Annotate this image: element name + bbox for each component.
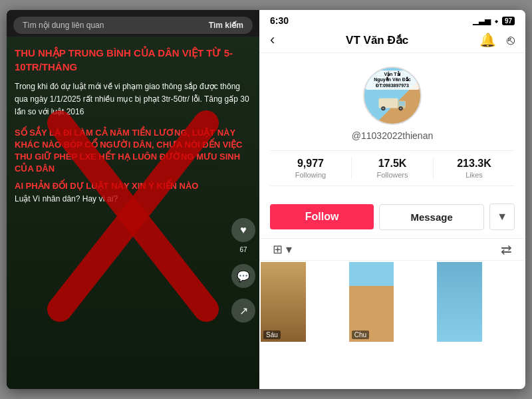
wifi-icon: ⬥ <box>494 16 499 25</box>
video-section3-white: Luật Vì nhân dân? Hay vì ai? <box>15 193 251 205</box>
likes-stat: 213.3K Likes <box>434 158 515 179</box>
notification-icon[interactable]: 🔔 <box>479 32 496 48</box>
followers-stat: 17.5K Followers <box>352 158 434 179</box>
video-grid: Sáu Chu <box>259 261 525 389</box>
like-count: 67 <box>239 246 247 253</box>
video-actions: ♥ 67 💬 ↗ <box>231 218 255 323</box>
repost-tab[interactable]: ⇄ <box>501 241 512 257</box>
profile-name: VT Văn Đắc <box>346 33 408 47</box>
bottom-tabs: ⊞ ▾ ⇄ <box>259 238 525 261</box>
following-count: 9,977 <box>297 158 324 170</box>
grid-tab[interactable]: ⊞ ▾ <box>273 242 292 257</box>
profile-section: Vận Tải Nguyễn Văn Đắc ĐT:0983897973 <box>259 53 525 203</box>
svg-point-6 <box>382 107 384 109</box>
video-thumb-1[interactable]: Sáu <box>261 262 306 342</box>
avatar: Vận Tải Nguyễn Văn Đắc ĐT:0983897973 <box>363 66 422 125</box>
svg-rect-2 <box>379 98 398 108</box>
back-button[interactable]: ‹ <box>270 31 275 49</box>
nav-actions: 🔔 ⎋ <box>479 32 515 48</box>
video-content: THU NHẬP TRUNG BÌNH CỦA DÂN VIỆT TỪ 5-10… <box>7 37 259 389</box>
share-profile-icon[interactable]: ⎋ <box>507 33 515 48</box>
action-buttons: Follow Message ▼ <box>259 203 525 230</box>
signal-icon: ▁▃▅ <box>473 16 491 25</box>
svg-rect-4 <box>398 101 404 105</box>
video-section2: SỐ SẮY LÀ ĐI LÀM CẢ NĂM TIỀN LƯƠNG, luật… <box>15 127 251 176</box>
video-title: THU NHẬP TRUNG BÌNH CỦA DÂN VIỆT TỪ 5-10… <box>15 46 251 74</box>
likes-count: 213.3K <box>457 158 491 170</box>
following-label: Following <box>295 171 326 179</box>
followers-label: Followers <box>376 171 408 179</box>
profile-panel: 6:30 ▁▃▅ ⬥ 97 ‹ VT Văn Đắc 🔔 ⎋ Vận Tải <box>259 10 525 389</box>
stats-row: 9,977 Following 17.5K Followers 213.3K L… <box>270 150 515 186</box>
search-placeholder: Tìm nội dung liên quan <box>23 21 104 30</box>
video-thumb-3[interactable] <box>437 262 482 342</box>
thumb-label-2: Chu <box>352 331 369 339</box>
like-icon[interactable]: ♥ <box>231 218 255 242</box>
video-section3-red: AI PHẢN ĐỐI DỰ LUẬT NÀY XIN Ý KIẾN NÀO <box>15 180 251 192</box>
thumb-label-1: Sáu <box>263 331 281 339</box>
tiktok-video-panel: Tìm nội dung liên quan Tìm kiếm THU NHẬP… <box>7 10 259 389</box>
video-body1: Trong khi đó dự luật mới về vi phạm giao… <box>15 80 251 119</box>
share-icon[interactable]: ↗ <box>231 299 255 323</box>
status-bar: 6:30 ▁▃▅ ⬥ 97 <box>259 10 525 29</box>
follow-button[interactable]: Follow <box>270 204 374 229</box>
search-bar[interactable]: Tìm nội dung liên quan Tìm kiếm <box>13 17 253 34</box>
avatar-text: Vận Tải Nguyễn Văn Đắc ĐT:0983897973 <box>366 70 419 90</box>
video-thumb-2[interactable]: Chu <box>349 262 394 342</box>
likes-label: Likes <box>466 171 483 179</box>
time: 6:30 <box>270 15 289 26</box>
comment-icon[interactable]: 💬 <box>231 264 255 288</box>
search-button[interactable]: Tìm kiếm <box>209 21 243 30</box>
username: @11032022thienan <box>352 130 433 141</box>
more-button[interactable]: ▼ <box>489 203 515 230</box>
status-icons: ▁▃▅ ⬥ 97 <box>473 16 515 25</box>
nav-bar: ‹ VT Văn Đắc 🔔 ⎋ <box>259 29 525 53</box>
message-button[interactable]: Message <box>379 204 484 230</box>
svg-point-8 <box>400 107 402 109</box>
followers-count: 17.5K <box>378 158 407 170</box>
following-stat: 9,977 Following <box>270 158 352 179</box>
battery-level: 97 <box>502 17 515 25</box>
